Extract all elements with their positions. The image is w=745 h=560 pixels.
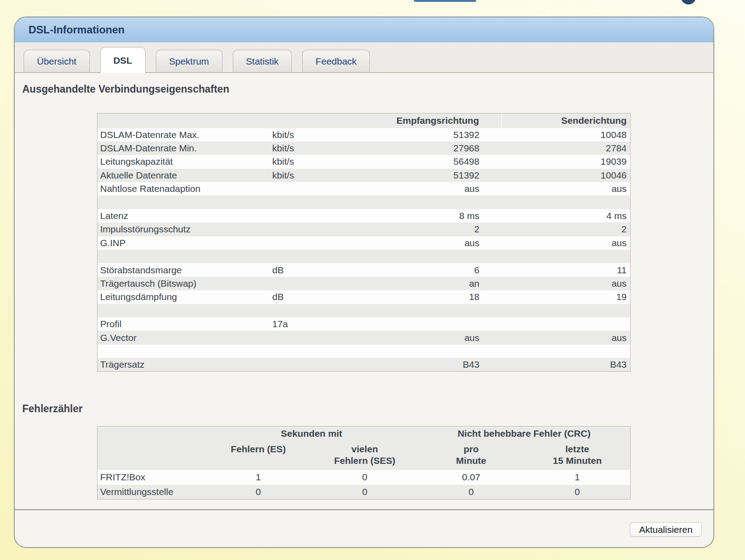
row-unit	[270, 236, 338, 250]
tab-feedback[interactable]: Feedback	[302, 50, 370, 72]
section-heading-connection: Ausgehandelte Verbindungseigenschaften	[22, 83, 229, 95]
col-header-label	[97, 114, 270, 128]
row-label: Leitungskapazität	[97, 155, 270, 168]
value-senderichtung: 2784	[502, 142, 630, 155]
row-unit	[270, 223, 338, 236]
row-label: Profil	[97, 317, 270, 331]
row-unit	[270, 250, 338, 263]
row-label: G.Vector	[97, 331, 270, 344]
row-unit	[270, 277, 338, 290]
value-senderichtung: B43	[502, 358, 630, 371]
value-empfangsrichtung: aus	[338, 331, 502, 344]
row-unit: kbit/s	[270, 169, 338, 182]
table-row: Aktuelle Datenratekbit/s5139210046	[97, 169, 631, 182]
table-row: TrägersatzB43B43	[97, 358, 631, 371]
row-label	[97, 304, 270, 317]
sub-header: pro Minute	[418, 441, 524, 470]
row-label	[97, 345, 270, 358]
table-row: G.Vectorausaus	[97, 331, 631, 344]
value-empfangsrichtung: 2	[338, 223, 502, 236]
value-senderichtung: aus	[502, 277, 630, 290]
row-unit	[270, 195, 338, 209]
table-row: Nahtlose Ratenadaptionausaus	[97, 182, 631, 195]
spacer-row	[97, 304, 631, 317]
table-header-row: Empfangsrichtung Senderichtung	[97, 114, 631, 128]
window-header: DSL-Informationen	[15, 17, 713, 42]
value-empfangsrichtung: 8 ms	[338, 209, 502, 223]
error-row-label: FRITZ!Box	[97, 470, 205, 485]
error-row: Vermittlungsstelle0000	[97, 485, 631, 499]
row-unit: dB	[270, 290, 338, 304]
value-empfangsrichtung: B43	[338, 358, 502, 371]
table-row: G.INPausaus	[97, 236, 631, 250]
group-header	[97, 426, 205, 441]
value-empfangsrichtung: 51392	[338, 169, 502, 182]
group-header: Nicht behebbare Fehler (CRC)	[418, 426, 630, 441]
col-header-unit	[270, 114, 338, 128]
row-label: Leitungsdämpfung	[97, 290, 270, 304]
row-unit: 17a	[270, 317, 338, 331]
table-row: LeitungsdämpfungdB1819	[97, 290, 631, 304]
value-senderichtung: 10046	[502, 169, 630, 182]
group-header-row: Sekunden mitNicht behebbare Fehler (CRC)	[97, 426, 631, 441]
row-label: Trägersatz	[97, 358, 270, 371]
error-value: 0	[312, 485, 418, 499]
col-header-senderichtung: Senderichtung	[502, 114, 630, 128]
sub-header: Fehlern (ES)	[205, 441, 312, 470]
row-unit: kbit/s	[270, 128, 338, 142]
value-senderichtung	[502, 195, 630, 209]
value-empfangsrichtung: aus	[338, 182, 502, 195]
section-heading-errors: Fehlerzähler	[22, 403, 83, 415]
table-row: DSLAM-Datenrate Min.kbit/s279682784	[97, 142, 631, 155]
table-row: Profil17a	[97, 317, 631, 331]
tab-statistik[interactable]: Statistik	[233, 50, 292, 72]
value-senderichtung	[502, 250, 630, 263]
row-unit	[270, 182, 338, 195]
value-senderichtung	[502, 345, 630, 358]
value-senderichtung	[502, 304, 630, 317]
value-empfangsrichtung	[338, 317, 502, 331]
group-header: Sekunden mit	[205, 426, 418, 441]
value-empfangsrichtung	[338, 250, 502, 263]
value-empfangsrichtung: 56498	[338, 155, 502, 168]
error-value: 0	[524, 485, 630, 499]
tab-bersicht[interactable]: Übersicht	[24, 50, 90, 72]
col-header-empfangsrichtung: Empfangsrichtung	[338, 114, 502, 128]
row-unit	[270, 331, 338, 344]
row-label	[97, 195, 270, 209]
row-label: Impulsstörungsschutz	[97, 223, 270, 236]
row-unit	[270, 358, 338, 371]
row-label: G.INP	[97, 236, 270, 250]
value-senderichtung: 10048	[502, 128, 630, 142]
refresh-button[interactable]: Aktualisieren	[630, 522, 702, 537]
row-label: DSLAM-Datenrate Max.	[97, 128, 270, 142]
connection-properties-table: Empfangsrichtung Senderichtung DSLAM-Dat…	[97, 113, 631, 372]
sub-header-row: Fehlern (ES)vielen Fehlern (SES)pro Minu…	[97, 441, 631, 470]
value-empfangsrichtung: aus	[338, 236, 502, 250]
page: { "window": { "title": "DSL-Informatione…	[0, 0, 745, 560]
table-row: Trägertausch (Bitswap)anaus	[97, 277, 631, 290]
error-value: 0	[418, 485, 524, 499]
partial-apply-button[interactable]	[414, 0, 476, 2]
value-senderichtung: aus	[502, 236, 630, 250]
row-unit: kbit/s	[270, 155, 338, 168]
value-empfangsrichtung: 18	[338, 290, 502, 304]
error-value: 0	[205, 485, 312, 499]
row-unit: dB	[270, 263, 338, 276]
error-value: 1	[524, 470, 630, 485]
tab-dsl[interactable]: DSL	[100, 47, 146, 73]
sub-header: letzte 15 Minuten	[524, 441, 630, 470]
row-label: Störabstandsmarge	[97, 263, 270, 276]
error-row-label: Vermittlungsstelle	[97, 485, 205, 499]
row-unit	[270, 209, 338, 223]
error-value: 0	[312, 470, 418, 485]
error-value: 1	[205, 470, 312, 485]
sub-header	[97, 441, 205, 470]
tab-content: Ausgehandelte Verbindungseigenschaften E…	[15, 74, 713, 547]
error-counter-table: Sekunden mitNicht behebbare Fehler (CRC)…	[97, 426, 631, 499]
value-senderichtung: 11	[502, 263, 630, 276]
partial-help-icon[interactable]	[681, 0, 696, 4]
value-empfangsrichtung	[338, 195, 502, 209]
row-unit	[270, 304, 338, 317]
tab-spektrum[interactable]: Spektrum	[156, 50, 223, 72]
